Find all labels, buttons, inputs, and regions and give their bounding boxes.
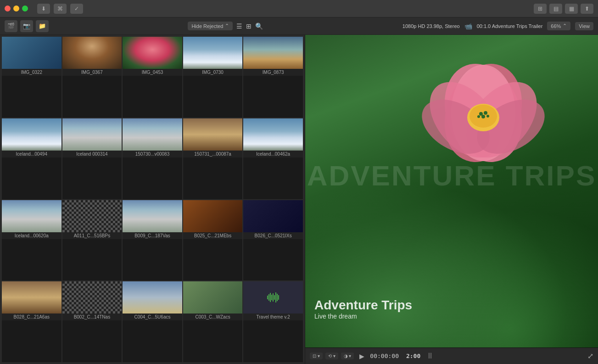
clip-thumbnail	[243, 281, 303, 314]
preview-video: ADVENTURE TRIPS Adventure Trips Live the…	[305, 35, 598, 347]
list-item[interactable]: Iceland...00462a	[243, 118, 303, 199]
clip-thumbnail	[243, 200, 303, 232]
hide-rejected-button[interactable]: Hide Rejected ⌃	[188, 22, 233, 30]
toolbar-center: Hide Rejected ⌃ ☰ ⊞ 🔍	[51, 22, 400, 30]
clip-thumbnail	[183, 37, 243, 69]
grid-view-icon[interactable]: ⊞	[534, 4, 547, 14]
list-item[interactable]: Iceland...00620a	[2, 200, 61, 281]
fullscreen-button[interactable]: ⤢	[587, 352, 593, 360]
lotus-flower-image	[396, 39, 570, 168]
clip-label: B025_C...21MEbs	[183, 232, 243, 239]
list-item[interactable]: B025_C...21MEbs	[183, 200, 243, 281]
preview-panel: ADVENTURE TRIPS Adventure Trips Live the…	[305, 35, 598, 364]
downloads-icon[interactable]: ⬇	[37, 4, 50, 14]
duration-display: 2:00	[406, 353, 420, 359]
clip-label: B026_C...0521IXs	[243, 232, 303, 239]
clip-label: Iceland 000314	[62, 151, 122, 157]
list-item[interactable]: B009_C...187Vas	[123, 200, 182, 281]
media-info: 1080p HD 23.98p, Stereo	[402, 23, 460, 29]
preview-crop-button[interactable]: ⊡ ▾	[310, 353, 323, 359]
clip-label: Iceland...00462a	[243, 151, 303, 157]
clip-thumbnail	[183, 200, 243, 232]
clip-label: IMG_0873	[243, 69, 303, 76]
clip-thumbnail	[123, 281, 182, 314]
inspector-icon[interactable]: ▦	[565, 4, 578, 14]
svg-point-11	[481, 115, 485, 118]
clip-label: 150730...v00083	[123, 151, 182, 157]
list-item[interactable]: 150731_...00087a	[183, 118, 243, 199]
group-view-icon[interactable]: ⊞	[246, 22, 251, 30]
toolbar-right: 1080p HD 23.98p, Stereo 📹 00:1.0 Adventu…	[402, 22, 593, 30]
fullscreen-button[interactable]	[22, 6, 28, 11]
play-button[interactable]: ▶	[359, 353, 364, 360]
camera-icon: 📹	[464, 22, 472, 30]
clip-label: C004_C...5U6acs	[123, 314, 182, 320]
list-item[interactable]: Iceland...00494	[2, 118, 61, 199]
list-item[interactable]: A011_C...516BPs	[62, 200, 122, 281]
clip-label: B009_C...187Vas	[123, 232, 182, 239]
clip-thumbnail	[2, 37, 61, 69]
main-toolbar: 🎬 📷 📁 Hide Rejected ⌃ ☰ ⊞ 🔍 1080p HD 23.…	[0, 17, 598, 35]
preview-title-sub: Live the dream	[314, 313, 412, 320]
list-item[interactable]: IMG_0453	[123, 37, 182, 118]
project-icon[interactable]: 📁	[36, 20, 49, 32]
close-button[interactable]	[5, 6, 11, 11]
clip-thumbnail	[123, 200, 182, 232]
clip-thumbnail	[62, 281, 122, 314]
list-item[interactable]: 150730...v00083	[123, 118, 182, 199]
view-button[interactable]: View	[575, 22, 593, 30]
list-view-icon[interactable]: ☰	[236, 22, 242, 30]
clip-label: IMG_0453	[123, 69, 182, 76]
list-item[interactable]: Travel theme v.2	[243, 281, 303, 362]
list-item[interactable]: IMG_0367	[62, 37, 122, 118]
preview-background-text: ADVENTURE TRIPS	[307, 159, 597, 192]
clip-label: A011_C...516BPs	[62, 232, 122, 239]
list-item[interactable]: IMG_0322	[2, 37, 61, 118]
filmstrip-view-icon[interactable]: ▤	[549, 4, 562, 14]
clip-thumbnail	[62, 118, 122, 151]
key-icon[interactable]: ⌘	[54, 4, 67, 14]
clip-thumbnail	[243, 118, 303, 151]
preview-title-overlay: Adventure Trips Live the dream	[314, 298, 412, 320]
preview-controls: ⊡ ▾ ⟲ ▾ ◑ ▾ ▶ 00:00:00 2:00 ⏸ ⤢	[305, 347, 598, 364]
search-icon[interactable]: 🔍	[255, 22, 263, 30]
timecode-display: 00:00:00	[370, 353, 399, 359]
list-item[interactable]: Iceland 000314	[62, 118, 122, 199]
list-item[interactable]: C003_C...WZacs	[183, 281, 243, 362]
clip-label: Iceland...00494	[2, 151, 61, 157]
main-area: IMG_0322 IMG_0367 IMG_0453 IMG_0730 IMG_…	[0, 35, 598, 364]
clip-thumbnail	[62, 200, 122, 232]
titlebar-right-icons: ⊞ ▤ ▦ ⬆	[534, 4, 593, 14]
clip-thumbnail	[123, 118, 182, 151]
clip-thumbnail	[183, 281, 243, 314]
zoom-control[interactable]: 66% ⌃	[547, 22, 570, 30]
titlebar: ⬇ ⌘ ✓ ⊞ ▤ ▦ ⬆	[0, 0, 598, 17]
clip-label: IMG_0322	[2, 69, 61, 76]
library-icon[interactable]: 🎬	[5, 20, 17, 32]
svg-point-10	[484, 111, 487, 115]
list-item[interactable]: C004_C...5U6acs	[123, 281, 182, 362]
clip-thumbnail	[243, 37, 303, 69]
photos-icon[interactable]: 📷	[20, 20, 33, 32]
clip-label: IMG_0730	[183, 69, 243, 76]
minimize-button[interactable]	[13, 6, 19, 11]
export-icon[interactable]: ⬆	[581, 4, 593, 14]
titlebar-left-icons: ⬇ ⌘ ✓	[37, 4, 83, 14]
clip-label: B002_C...14TNas	[62, 314, 122, 320]
list-item[interactable]: B028_C...21A6as	[2, 281, 61, 362]
pause-indicator: ⏸	[426, 351, 434, 361]
preview-transform-button[interactable]: ⟲ ▾	[325, 353, 338, 359]
traffic-lights	[5, 6, 28, 11]
list-item[interactable]: IMG_0730	[183, 37, 243, 118]
list-item[interactable]: IMG_0873	[243, 37, 303, 118]
list-item[interactable]: B002_C...14TNas	[62, 281, 122, 362]
preview-view-controls: ⊡ ▾ ⟲ ▾ ◑ ▾	[310, 353, 354, 359]
checkmark-icon[interactable]: ✓	[70, 4, 83, 14]
clip-thumbnail	[2, 281, 61, 314]
svg-point-12	[477, 115, 480, 118]
preview-color-button[interactable]: ◑ ▾	[341, 353, 354, 359]
clip-label: Iceland...00620a	[2, 232, 61, 239]
clip-thumbnail	[123, 37, 182, 69]
list-item[interactable]: B026_C...0521IXs	[243, 200, 303, 281]
clip-label: C003_C...WZacs	[183, 314, 243, 320]
